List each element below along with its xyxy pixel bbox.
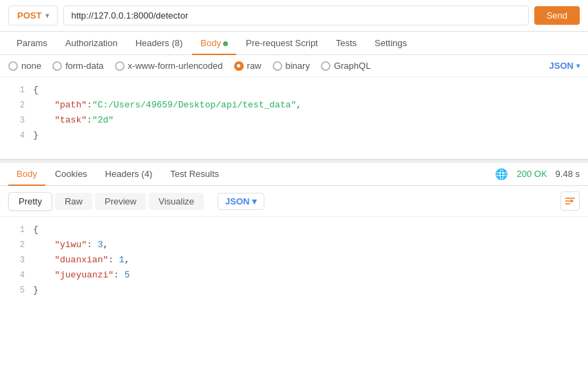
colon: : [87, 100, 92, 110]
line-number: 5 [6, 283, 25, 298]
resp-code-line-3: 3 "duanxian": 1, [0, 253, 588, 268]
resp-json-chevron-icon: ▾ [252, 196, 257, 207]
radio-none-icon [8, 61, 18, 71]
json-format-dropdown[interactable]: JSON ▾ [549, 61, 580, 71]
line-number: 4 [6, 268, 25, 283]
tab-headers[interactable]: Headers (8) [127, 32, 191, 55]
status-badge: 200 OK [516, 169, 547, 179]
resp-yiwu-line: "yiwu": 3, [33, 238, 582, 253]
top-bar: POST ▾ Send [0, 0, 588, 32]
line-number: 4 [6, 128, 25, 143]
sub-tab-preview[interactable]: Preview [95, 193, 146, 210]
path-key: "path" [54, 100, 87, 110]
line-number: 2 [6, 98, 25, 113]
body-type-urlencoded[interactable]: x-www-form-urlencoded [115, 61, 223, 71]
tab-pre-request[interactable]: Pre-request Script [238, 32, 326, 55]
line-number: 2 [6, 238, 25, 253]
method-dropdown[interactable]: POST ▾ [8, 6, 58, 25]
response-body-viewer: 1 { 2 "yiwu": 3, 3 "duanxian": 1, 4 "jue… [0, 217, 588, 304]
body-dot-indicator [223, 41, 228, 46]
response-time: 9.48 s [556, 169, 580, 179]
code-path-line: "path":"C:/Users/49659/Desktop/api/test_… [33, 98, 582, 113]
body-type-form-data[interactable]: form-data [52, 61, 104, 71]
sub-tab-pretty[interactable]: Pretty [8, 192, 52, 211]
duanxian-value: 1 [119, 255, 125, 265]
radio-raw-icon [234, 61, 244, 71]
wrap-text-button[interactable] [560, 191, 580, 211]
duanxian-key: "duanxian" [54, 255, 108, 265]
response-tabs-bar: Body Cookies Headers (4) Test Results 🌐 … [0, 162, 588, 186]
colon: : [87, 115, 92, 125]
task-value: "2d" [92, 115, 114, 125]
code-task-line: "task":"2d" [33, 113, 582, 128]
resp-code-line-4: 4 "jueyuanzi": 5 [0, 268, 588, 283]
resp-code-line-5: 5 } [0, 283, 588, 298]
tab-authorization[interactable]: Authorization [57, 32, 126, 55]
indent-dots [33, 115, 54, 125]
request-tabs: Params Authorization Headers (8) Body Pr… [0, 32, 588, 55]
tab-body[interactable]: Body [192, 32, 236, 55]
resp-tab-test-results[interactable]: Test Results [162, 163, 227, 186]
radio-graphql-icon [321, 61, 330, 71]
response-sub-tabs: Pretty Raw Preview Visualize JSON ▾ [0, 186, 588, 217]
body-type-raw[interactable]: raw [234, 61, 262, 71]
resp-code-line-2: 2 "yiwu": 3, [0, 238, 588, 253]
resp-open-brace: { [33, 222, 39, 238]
resp-duanxian-line: "duanxian": 1, [33, 253, 582, 268]
sub-tab-raw[interactable]: Raw [55, 193, 92, 210]
resp-jueyuanzi-line: "jueyuanzi": 5 [33, 268, 582, 283]
code-brace: { [33, 83, 582, 98]
path-value: "C:/Users/49659/Desktop/api/test_data" [92, 100, 296, 110]
request-body-editor[interactable]: 1 { 2 "path":"C:/Users/49659/Desktop/api… [0, 77, 588, 160]
resp-close-brace: } [33, 283, 39, 298]
globe-icon: 🌐 [495, 168, 508, 180]
indent-dots [33, 100, 54, 110]
tab-params[interactable]: Params [8, 32, 56, 55]
tab-tests[interactable]: Tests [328, 32, 365, 55]
jueyuanzi-key: "jueyuanzi" [54, 270, 114, 280]
resp-code-line-1: 1 { [0, 222, 588, 238]
body-type-graphql[interactable]: GraphQL [321, 61, 370, 71]
body-type-binary[interactable]: binary [273, 61, 310, 71]
req-code-line-2: 2 "path":"C:/Users/49659/Desktop/api/tes… [0, 98, 588, 113]
response-status-area: 🌐 200 OK 9.48 s [495, 168, 580, 180]
radio-formdata-icon [52, 61, 62, 71]
req-code-line-3: 3 "task":"2d" [0, 113, 588, 128]
body-type-row: none form-data x-www-form-urlencoded raw… [0, 55, 588, 77]
radio-binary-icon [273, 61, 282, 71]
sub-tab-visualize[interactable]: Visualize [149, 193, 204, 210]
task-key: "task" [54, 115, 87, 125]
line-number: 1 [6, 83, 25, 98]
json-dropdown-chevron-icon: ▾ [576, 62, 580, 70]
url-input[interactable] [63, 6, 528, 25]
jueyuanzi-value: 5 [125, 270, 130, 280]
body-type-none[interactable]: none [8, 61, 41, 71]
radio-urlencoded-icon [115, 61, 125, 71]
req-code-line-4: 4 } [0, 128, 588, 143]
yiwu-key: "yiwu" [54, 240, 87, 250]
code-close-brace: } [33, 128, 582, 143]
wrap-icon-svg [565, 196, 576, 207]
method-chevron-icon: ▾ [45, 12, 49, 19]
line-number: 3 [6, 113, 25, 128]
method-label: POST [17, 10, 41, 21]
resp-json-format-dropdown[interactable]: JSON ▾ [218, 193, 264, 210]
comma: , [296, 100, 302, 110]
resp-tab-cookies[interactable]: Cookies [47, 163, 96, 186]
line-number: 1 [6, 222, 25, 238]
tab-settings[interactable]: Settings [366, 32, 415, 55]
resp-tab-body[interactable]: Body [8, 163, 45, 186]
req-code-line-1: 1 { [0, 83, 588, 98]
line-number: 3 [6, 253, 25, 268]
resp-tab-headers[interactable]: Headers (4) [97, 163, 161, 186]
send-button[interactable]: Send [534, 6, 580, 25]
